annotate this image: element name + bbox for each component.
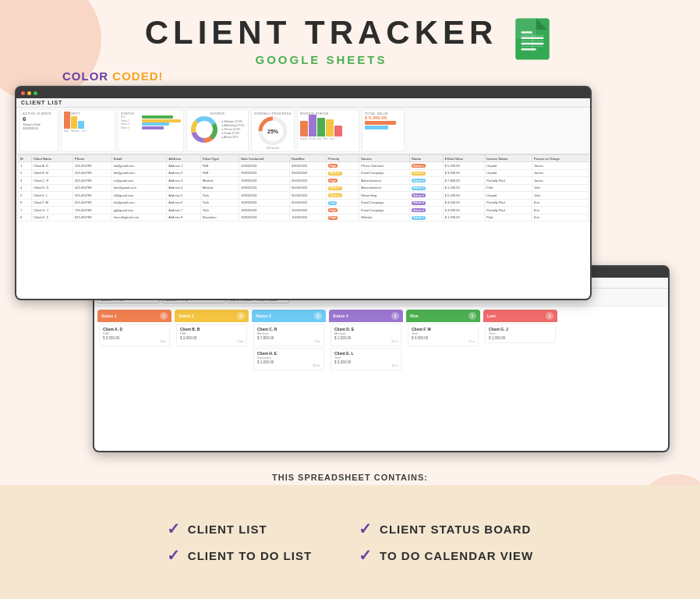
- board-card: Client D. E Medical $ 1,500.00 26 m: [331, 324, 401, 346]
- total-value-bars: [365, 121, 401, 129]
- feature-client-list: ✓ CLIENT LIST: [167, 519, 312, 538]
- features-bar: ✓ CLIENT LIST ✓ CLIENT TO DO LIST ✓ CLIE…: [0, 485, 700, 599]
- col-header-won: Won 1: [406, 310, 480, 322]
- inv-bar-paid: [317, 118, 325, 136]
- feature-label-calendar: TO DO CALENDAR VIEW: [380, 549, 533, 562]
- board-columns: Status 1 1 Client A. D F&B $ 5,500.00 9.…: [94, 307, 668, 375]
- screenshot-spreadsheet-top: CLIENT LIST Active Clients 6 Today's Dat…: [15, 86, 592, 300]
- badge-color-word: COLOR: [62, 69, 112, 83]
- svg-rect-1: [516, 18, 537, 39]
- page-container: CLIENT TRACKER GOOGLE SHEETS COLOR COD: [0, 0, 700, 599]
- col-count-status3: 2: [314, 312, 322, 320]
- check-icon-calendar: ✓: [359, 546, 372, 565]
- table-row: 4Client D. D423-456789dee@gmail.comAddre…: [19, 184, 589, 192]
- card-time: 9.0m: [257, 340, 320, 343]
- board-col-status2: Status 2 1 Client B. B F&B $ 2,000.00 9.…: [175, 310, 249, 372]
- badge-coded-word: CODED!: [112, 69, 163, 83]
- col-phone: Phone: [73, 155, 112, 162]
- hbar-s3: Status 3: [121, 122, 181, 126]
- feature-status-board: ✓ CLIENT STATUS BOARD: [359, 519, 533, 538]
- col-title-won: Won: [410, 314, 419, 318]
- col-title-status4: Status 4: [333, 314, 348, 318]
- col-count-status1: 1: [160, 312, 168, 320]
- donut-chart: [190, 115, 218, 144]
- table-header-row: ID Client Name Phone Email Address Clien…: [19, 155, 589, 162]
- bar-labels: High Medium Low: [64, 129, 112, 133]
- bar-high: [64, 112, 70, 129]
- board-card: Client A. D F&B $ 5,500.00 9.0m: [99, 324, 170, 346]
- col-id: ID: [19, 155, 32, 162]
- board-col-lost: Lost 1 Client G. J Tech $ 1,000.00: [483, 310, 557, 372]
- status-chart-widget: Status Won Status 2 Status 3 Status 4: [118, 109, 184, 152]
- status-hbars: Won Status 2 Status 3 Status 4: [121, 115, 181, 129]
- col-invoice: Invoice Status: [485, 155, 532, 162]
- hbar-s2: Status 2: [121, 119, 181, 122]
- feature-client-todo: ✓ CLIENT TO DO LIST: [167, 546, 312, 565]
- col-address: Address: [167, 155, 200, 162]
- table-row: 7Client G. J725-456789gj@gmail.comAddres…: [19, 207, 589, 214]
- check-icon-client-list: ✓: [167, 519, 180, 538]
- progress-sublabel: 2/8 closed: [267, 147, 279, 150]
- google-sheets-icon: [510, 16, 555, 65]
- table-row: 1Client A. D123-456789ad@gmail.comAddres…: [19, 162, 589, 170]
- inv-bar-unpaid: [300, 121, 308, 136]
- card-type: Medical: [257, 331, 320, 335]
- feature-label-client-list: CLIENT LIST: [188, 523, 267, 536]
- features-right-col: ✓ CLIENT STATUS BOARD ✓ TO DO CALENDAR V…: [359, 519, 533, 565]
- table-row: 3Client C. R323-456789cr@gmail.comAddres…: [19, 177, 589, 185]
- col-date: Date Contacted: [239, 155, 290, 162]
- status-board-content: CLIENT STATUS BOARD COLOR REPRESENTS CLI…: [94, 278, 668, 451]
- features-left-col: ✓ CLIENT LIST ✓ CLIENT TO DO LIST: [167, 519, 312, 565]
- col-title-status2: Status 2: [179, 314, 193, 318]
- hbar-s4: Status 4: [121, 126, 181, 129]
- page-title: CLIENT TRACKER: [145, 14, 498, 51]
- svg-rect-6: [521, 31, 533, 33]
- card-type: Tech: [412, 331, 475, 335]
- feature-label-status-board: CLIENT STATUS BOARD: [380, 523, 531, 536]
- progress-widget: Overall Progress 25% 2/8 closed: [251, 109, 295, 152]
- col-header-lost: Lost 1: [483, 310, 557, 322]
- sheet-title-top: CLIENT LIST: [16, 98, 590, 108]
- col-value: $ Deal Value: [443, 155, 485, 162]
- board-col-won: Won 1 Client F. M Tech $ 4,500.00 16 m: [406, 310, 480, 372]
- active-clients-value: 6: [23, 115, 55, 122]
- card-type: Education: [257, 356, 320, 360]
- board-card: Client G. J Tech $ 1,000.00: [485, 324, 556, 343]
- col-title-status1: Status 1: [101, 314, 116, 318]
- card-type: F&B: [103, 331, 166, 335]
- board-card: Client C. R Medical $ 7,800.00 9.0m: [253, 324, 324, 346]
- chrome-close: [21, 91, 25, 95]
- check-icon-status-board: ✓: [359, 519, 372, 538]
- table-row: 8Client H. Z823-456789hemo@gmail.comAddr…: [19, 214, 589, 222]
- chrome-minimize: [27, 91, 31, 95]
- col-name: Client Name: [31, 155, 72, 162]
- col-person: Person in Charge: [532, 155, 588, 162]
- bar-medium: [71, 116, 77, 129]
- client-table: ID Client Name Phone Email Address Clien…: [18, 154, 589, 222]
- inv-bar-won: [326, 119, 334, 136]
- table-row: 6Client F. M623-456789fm@gmail.comAddres…: [19, 199, 589, 207]
- spreadsheet-content-top: CLIENT LIST Active Clients 6 Today's Dat…: [16, 98, 590, 299]
- col-deadline: Deadline: [290, 155, 327, 162]
- priority-chart-widget: Priority High Medium Low: [61, 109, 115, 152]
- progress-circle: 25%: [257, 115, 288, 147]
- page-subtitle: GOOGLE SHEETS: [255, 53, 387, 66]
- card-type: Tech: [489, 331, 552, 335]
- board-col-status4: Status 4 3 Client D. E Medical $ 1,500.0…: [329, 310, 403, 372]
- col-priority: Priority: [327, 155, 359, 162]
- col-header-status3: Status 3 2: [252, 310, 326, 322]
- card-time: 9.0m: [103, 340, 166, 343]
- col-count-status2: 1: [237, 312, 245, 320]
- dashboard-row: Active Clients 6 Today's Date 29/03/2023…: [16, 108, 590, 154]
- header: CLIENT TRACKER GOOGLE SHEETS: [0, 0, 700, 69]
- col-email: Email: [111, 155, 166, 162]
- col-header-status4: Status 4 3: [329, 310, 403, 322]
- inv-bar-lost: [334, 126, 342, 136]
- col-status: Status: [410, 155, 444, 162]
- invoice-labels: Unpaid Partial Paid Won Lost: [300, 137, 356, 140]
- priority-bars: [64, 115, 112, 129]
- col-count-won: 1: [468, 312, 476, 320]
- invoice-bars: [300, 115, 356, 137]
- header-text: CLIENT TRACKER GOOGLE SHEETS: [145, 14, 498, 66]
- date-value: 29/03/2023: [23, 126, 55, 130]
